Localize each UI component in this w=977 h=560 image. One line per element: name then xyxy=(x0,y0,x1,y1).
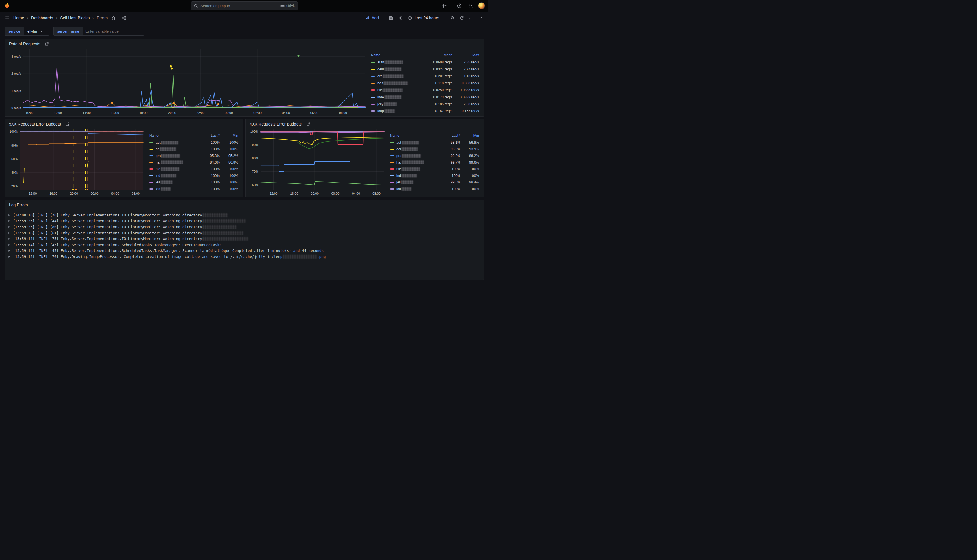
chart-plot-area[interactable] xyxy=(261,129,384,190)
legend-header-last[interactable]: Last * xyxy=(198,133,220,138)
mega-menu-button[interactable] xyxy=(3,13,12,22)
legend-row[interactable]: jell 99.6% 98.4% xyxy=(390,179,479,185)
series-name[interactable]: ind xyxy=(149,174,198,178)
legend-row[interactable]: aut 100% 100% xyxy=(149,139,238,146)
external-link-icon[interactable] xyxy=(45,42,49,46)
series-name[interactable]: gra xyxy=(371,74,420,78)
series-name[interactable]: ha. xyxy=(390,160,439,165)
series-name[interactable]: jelly xyxy=(371,102,420,106)
series-name[interactable]: hle xyxy=(390,167,439,171)
legend-row[interactable]: lda 100% 100% xyxy=(390,185,479,192)
expand-caret-icon[interactable] xyxy=(8,249,10,252)
log-row[interactable]: [13:59:14] [INF] [75] Emby.Server.Implem… xyxy=(8,236,479,242)
series-name[interactable]: gra xyxy=(149,154,198,158)
series-name[interactable]: jell xyxy=(390,180,439,184)
panel-title[interactable]: 4XX Requests Error Budgets xyxy=(250,122,302,127)
series-name[interactable]: ind xyxy=(390,174,439,178)
series-name[interactable]: lda xyxy=(390,187,439,191)
panel-title[interactable]: Rate of Requests xyxy=(9,42,40,46)
series-name[interactable]: gra xyxy=(390,154,439,158)
log-row[interactable]: [14:00:10] [INF] [70] Emby.Server.Implem… xyxy=(8,212,479,218)
series-name[interactable]: ldap xyxy=(371,109,420,113)
breadcrumb-item[interactable]: Dashboards xyxy=(24,16,53,20)
legend-row[interactable]: ind 100% 100% xyxy=(149,172,238,179)
legend-header-min[interactable]: Min xyxy=(220,133,238,138)
legend-row[interactable]: jelly 0.185 req/s 2.33 req/s xyxy=(371,101,479,108)
breadcrumb-item[interactable]: Errors xyxy=(90,16,108,20)
legend-row[interactable]: jell 100% 100% xyxy=(149,179,238,185)
panel-title[interactable]: 5XX Requests Error Budgets xyxy=(9,122,61,127)
refresh-button[interactable] xyxy=(457,13,466,22)
zoom-out-button[interactable] xyxy=(448,13,457,22)
series-name[interactable]: inde xyxy=(371,95,420,99)
series-name[interactable]: del xyxy=(390,147,439,151)
legend-row[interactable]: hle 100% 100% xyxy=(149,166,238,172)
refresh-interval-button[interactable] xyxy=(466,13,472,22)
log-row[interactable]: [13:59:13] [INF] [70] Emby.Drawing.Image… xyxy=(8,253,479,260)
grafana-logo-icon[interactable] xyxy=(3,2,11,10)
news-button[interactable] xyxy=(466,2,475,10)
legend-row[interactable]: auth 0.0608 req/s 2.85 req/s xyxy=(371,59,479,66)
log-row[interactable]: [13:59:25] [INF] [44] Emby.Server.Implem… xyxy=(8,218,479,224)
save-dashboard-button[interactable] xyxy=(387,13,395,22)
legend-row[interactable]: ind 100% 100% xyxy=(390,172,479,179)
series-name[interactable]: hle xyxy=(371,88,420,92)
log-row[interactable]: [13:59:14] [INF] [45] Emby.Server.Implem… xyxy=(8,242,479,248)
external-link-icon[interactable] xyxy=(65,122,70,126)
legend-row[interactable]: hle 0.0250 req/s 0.0333 req/s xyxy=(371,87,479,93)
series-name[interactable]: lda xyxy=(149,187,198,191)
log-row[interactable]: [13:59:25] [INF] [80] Emby.Server.Implem… xyxy=(8,224,479,230)
legend-header-name[interactable]: Name xyxy=(371,53,420,57)
panel-title[interactable]: Log Errors xyxy=(9,203,28,207)
series-name[interactable]: de xyxy=(149,147,198,151)
legend-header-mean[interactable]: Mean xyxy=(420,53,453,57)
help-button[interactable] xyxy=(455,2,464,10)
legend-row[interactable]: hle 100% 100% xyxy=(390,166,479,172)
time-range-picker[interactable]: Last 24 hours xyxy=(405,13,448,22)
search-input[interactable]: Search or jump to... ctrl+k xyxy=(190,2,298,10)
chart-plot-area[interactable] xyxy=(23,49,365,109)
legend-row[interactable]: gra 95.3% 95.2% xyxy=(149,152,238,159)
legend-row[interactable]: delu 0.0327 req/s 2.77 req/s xyxy=(371,66,479,73)
dashboard-settings-button[interactable] xyxy=(396,13,404,22)
expand-caret-icon[interactable] xyxy=(8,255,10,258)
series-name[interactable]: aut xyxy=(390,140,439,145)
legend-row[interactable]: inde 0.0173 req/s 0.0333 req/s xyxy=(371,94,479,101)
variable-service-select[interactable]: jellyfin xyxy=(24,27,48,35)
breadcrumb-item[interactable]: Self Host Blocks xyxy=(53,16,90,20)
series-name[interactable]: auth xyxy=(371,60,420,64)
legend-row[interactable]: lda 100% 100% xyxy=(149,185,238,192)
expand-caret-icon[interactable] xyxy=(8,232,10,234)
legend-header-max[interactable]: Max xyxy=(453,53,479,57)
expand-caret-icon[interactable] xyxy=(8,226,10,228)
legend-header-name[interactable]: Name xyxy=(149,133,198,138)
legend-header-last[interactable]: Last * xyxy=(439,133,461,138)
log-row[interactable]: [13:59:14] [INF] [45] Emby.Server.Implem… xyxy=(8,248,479,254)
series-name[interactable]: ha.t xyxy=(371,81,420,85)
expand-caret-icon[interactable] xyxy=(8,220,10,222)
new-button[interactable] xyxy=(440,2,449,10)
share-button[interactable] xyxy=(120,13,129,22)
log-row[interactable]: [13:59:16] [INF] [61] Emby.Server.Implem… xyxy=(8,230,479,236)
expand-caret-icon[interactable] xyxy=(8,214,10,217)
legend-header-min[interactable]: Min xyxy=(461,133,479,138)
series-name[interactable]: delu xyxy=(371,67,420,71)
expand-caret-icon[interactable] xyxy=(8,237,10,240)
legend-header-name[interactable]: Name xyxy=(390,133,439,138)
add-panel-button[interactable]: Add xyxy=(364,13,386,22)
legend-row[interactable]: gra 92.2% 86.2% xyxy=(390,152,479,159)
legend-row[interactable]: gra 0.201 req/s 1.13 req/s xyxy=(371,73,479,80)
legend-row[interactable]: de 100% 100% xyxy=(149,146,238,152)
external-link-icon[interactable] xyxy=(306,122,311,126)
favorite-button[interactable] xyxy=(109,13,118,22)
series-name[interactable]: jell xyxy=(149,180,198,184)
variable-server-name-input[interactable] xyxy=(83,27,144,35)
legend-row[interactable]: ha. 84.6% 80.8% xyxy=(149,159,238,166)
chart-plot-area[interactable] xyxy=(20,129,144,190)
legend-row[interactable]: aut 58.1% 56.8% xyxy=(390,139,479,146)
kiosk-mode-button[interactable] xyxy=(477,13,486,22)
legend-row[interactable]: ha. 99.7% 99.6% xyxy=(390,159,479,166)
legend-row[interactable]: ldap 0.167 req/s 0.167 req/s xyxy=(371,108,479,115)
legend-row[interactable]: del 95.9% 93.9% xyxy=(390,146,479,152)
breadcrumb-item[interactable]: Home xyxy=(13,16,24,20)
